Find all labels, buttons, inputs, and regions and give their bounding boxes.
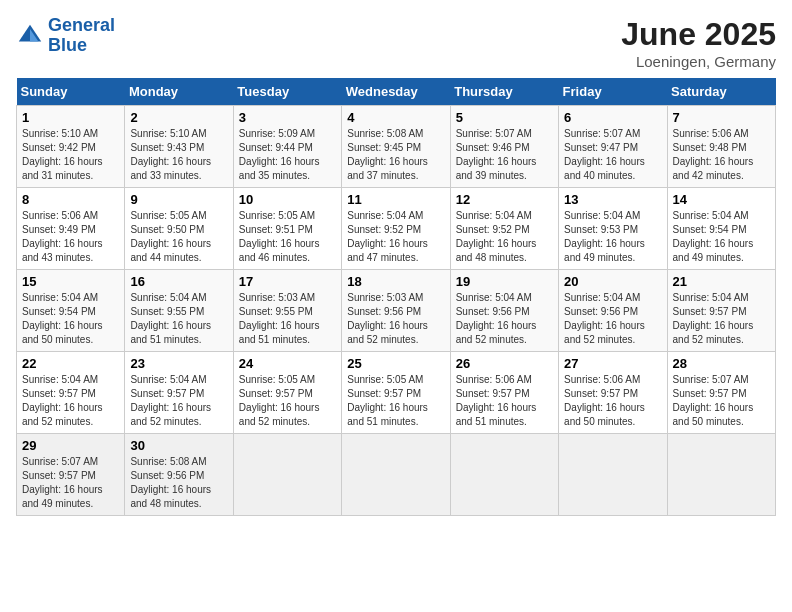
day-number: 7	[673, 110, 770, 125]
calendar-cell: 15Sunrise: 5:04 AMSunset: 9:54 PMDayligh…	[17, 270, 125, 352]
header-day-thursday: Thursday	[450, 78, 558, 106]
title-area: June 2025 Loeningen, Germany	[621, 16, 776, 70]
calendar-cell: 27Sunrise: 5:06 AMSunset: 9:57 PMDayligh…	[559, 352, 667, 434]
day-info: Sunrise: 5:04 AMSunset: 9:57 PMDaylight:…	[130, 373, 227, 429]
calendar-cell: 2Sunrise: 5:10 AMSunset: 9:43 PMDaylight…	[125, 106, 233, 188]
calendar-cell: 30Sunrise: 5:08 AMSunset: 9:56 PMDayligh…	[125, 434, 233, 516]
day-number: 1	[22, 110, 119, 125]
calendar-cell: 26Sunrise: 5:06 AMSunset: 9:57 PMDayligh…	[450, 352, 558, 434]
calendar-cell: 25Sunrise: 5:05 AMSunset: 9:57 PMDayligh…	[342, 352, 450, 434]
logo: General Blue	[16, 16, 115, 56]
day-info: Sunrise: 5:03 AMSunset: 9:56 PMDaylight:…	[347, 291, 444, 347]
calendar-week-1: 1Sunrise: 5:10 AMSunset: 9:42 PMDaylight…	[17, 106, 776, 188]
day-number: 17	[239, 274, 336, 289]
calendar-cell: 4Sunrise: 5:08 AMSunset: 9:45 PMDaylight…	[342, 106, 450, 188]
header-day-tuesday: Tuesday	[233, 78, 341, 106]
calendar-cell: 29Sunrise: 5:07 AMSunset: 9:57 PMDayligh…	[17, 434, 125, 516]
day-info: Sunrise: 5:07 AMSunset: 9:57 PMDaylight:…	[673, 373, 770, 429]
day-info: Sunrise: 5:04 AMSunset: 9:56 PMDaylight:…	[456, 291, 553, 347]
calendar-cell: 5Sunrise: 5:07 AMSunset: 9:46 PMDaylight…	[450, 106, 558, 188]
day-number: 11	[347, 192, 444, 207]
logo-text: General Blue	[48, 16, 115, 56]
calendar-cell: 24Sunrise: 5:05 AMSunset: 9:57 PMDayligh…	[233, 352, 341, 434]
day-number: 15	[22, 274, 119, 289]
calendar-cell: 16Sunrise: 5:04 AMSunset: 9:55 PMDayligh…	[125, 270, 233, 352]
header-day-friday: Friday	[559, 78, 667, 106]
day-info: Sunrise: 5:04 AMSunset: 9:52 PMDaylight:…	[456, 209, 553, 265]
day-number: 4	[347, 110, 444, 125]
calendar-cell: 10Sunrise: 5:05 AMSunset: 9:51 PMDayligh…	[233, 188, 341, 270]
day-number: 27	[564, 356, 661, 371]
calendar-week-3: 15Sunrise: 5:04 AMSunset: 9:54 PMDayligh…	[17, 270, 776, 352]
day-number: 5	[456, 110, 553, 125]
day-info: Sunrise: 5:06 AMSunset: 9:48 PMDaylight:…	[673, 127, 770, 183]
day-number: 14	[673, 192, 770, 207]
day-info: Sunrise: 5:05 AMSunset: 9:57 PMDaylight:…	[239, 373, 336, 429]
day-number: 28	[673, 356, 770, 371]
calendar-cell: 28Sunrise: 5:07 AMSunset: 9:57 PMDayligh…	[667, 352, 775, 434]
day-info: Sunrise: 5:03 AMSunset: 9:55 PMDaylight:…	[239, 291, 336, 347]
day-number: 20	[564, 274, 661, 289]
calendar-cell	[233, 434, 341, 516]
calendar-cell: 13Sunrise: 5:04 AMSunset: 9:53 PMDayligh…	[559, 188, 667, 270]
calendar-cell: 23Sunrise: 5:04 AMSunset: 9:57 PMDayligh…	[125, 352, 233, 434]
calendar-cell: 1Sunrise: 5:10 AMSunset: 9:42 PMDaylight…	[17, 106, 125, 188]
calendar-cell: 17Sunrise: 5:03 AMSunset: 9:55 PMDayligh…	[233, 270, 341, 352]
day-info: Sunrise: 5:06 AMSunset: 9:57 PMDaylight:…	[564, 373, 661, 429]
calendar-header-row: SundayMondayTuesdayWednesdayThursdayFrid…	[17, 78, 776, 106]
day-number: 26	[456, 356, 553, 371]
header-day-wednesday: Wednesday	[342, 78, 450, 106]
day-number: 9	[130, 192, 227, 207]
day-number: 18	[347, 274, 444, 289]
main-title: June 2025	[621, 16, 776, 53]
calendar-cell: 8Sunrise: 5:06 AMSunset: 9:49 PMDaylight…	[17, 188, 125, 270]
day-number: 19	[456, 274, 553, 289]
day-number: 24	[239, 356, 336, 371]
header-day-monday: Monday	[125, 78, 233, 106]
header-day-saturday: Saturday	[667, 78, 775, 106]
day-info: Sunrise: 5:04 AMSunset: 9:56 PMDaylight:…	[564, 291, 661, 347]
calendar-cell	[559, 434, 667, 516]
calendar-cell: 6Sunrise: 5:07 AMSunset: 9:47 PMDaylight…	[559, 106, 667, 188]
day-info: Sunrise: 5:04 AMSunset: 9:52 PMDaylight:…	[347, 209, 444, 265]
day-number: 29	[22, 438, 119, 453]
calendar-table: SundayMondayTuesdayWednesdayThursdayFrid…	[16, 78, 776, 516]
day-info: Sunrise: 5:04 AMSunset: 9:53 PMDaylight:…	[564, 209, 661, 265]
calendar-cell: 21Sunrise: 5:04 AMSunset: 9:57 PMDayligh…	[667, 270, 775, 352]
calendar-week-4: 22Sunrise: 5:04 AMSunset: 9:57 PMDayligh…	[17, 352, 776, 434]
day-info: Sunrise: 5:08 AMSunset: 9:45 PMDaylight:…	[347, 127, 444, 183]
day-number: 13	[564, 192, 661, 207]
day-info: Sunrise: 5:04 AMSunset: 9:57 PMDaylight:…	[673, 291, 770, 347]
day-info: Sunrise: 5:05 AMSunset: 9:51 PMDaylight:…	[239, 209, 336, 265]
day-number: 6	[564, 110, 661, 125]
calendar-week-5: 29Sunrise: 5:07 AMSunset: 9:57 PMDayligh…	[17, 434, 776, 516]
calendar-cell: 7Sunrise: 5:06 AMSunset: 9:48 PMDaylight…	[667, 106, 775, 188]
calendar-cell: 20Sunrise: 5:04 AMSunset: 9:56 PMDayligh…	[559, 270, 667, 352]
day-info: Sunrise: 5:06 AMSunset: 9:49 PMDaylight:…	[22, 209, 119, 265]
day-number: 3	[239, 110, 336, 125]
day-number: 2	[130, 110, 227, 125]
day-info: Sunrise: 5:04 AMSunset: 9:55 PMDaylight:…	[130, 291, 227, 347]
calendar-cell: 12Sunrise: 5:04 AMSunset: 9:52 PMDayligh…	[450, 188, 558, 270]
day-info: Sunrise: 5:07 AMSunset: 9:47 PMDaylight:…	[564, 127, 661, 183]
day-info: Sunrise: 5:04 AMSunset: 9:54 PMDaylight:…	[673, 209, 770, 265]
calendar-cell: 11Sunrise: 5:04 AMSunset: 9:52 PMDayligh…	[342, 188, 450, 270]
day-info: Sunrise: 5:10 AMSunset: 9:42 PMDaylight:…	[22, 127, 119, 183]
header: General Blue June 2025 Loeningen, German…	[16, 16, 776, 70]
day-info: Sunrise: 5:05 AMSunset: 9:50 PMDaylight:…	[130, 209, 227, 265]
day-info: Sunrise: 5:09 AMSunset: 9:44 PMDaylight:…	[239, 127, 336, 183]
calendar-week-2: 8Sunrise: 5:06 AMSunset: 9:49 PMDaylight…	[17, 188, 776, 270]
day-number: 10	[239, 192, 336, 207]
subtitle: Loeningen, Germany	[621, 53, 776, 70]
day-info: Sunrise: 5:05 AMSunset: 9:57 PMDaylight:…	[347, 373, 444, 429]
day-number: 21	[673, 274, 770, 289]
calendar-cell	[342, 434, 450, 516]
calendar-cell	[450, 434, 558, 516]
day-info: Sunrise: 5:04 AMSunset: 9:57 PMDaylight:…	[22, 373, 119, 429]
day-info: Sunrise: 5:07 AMSunset: 9:57 PMDaylight:…	[22, 455, 119, 511]
day-number: 22	[22, 356, 119, 371]
day-number: 30	[130, 438, 227, 453]
logo-icon	[16, 22, 44, 50]
calendar-cell: 9Sunrise: 5:05 AMSunset: 9:50 PMDaylight…	[125, 188, 233, 270]
day-info: Sunrise: 5:10 AMSunset: 9:43 PMDaylight:…	[130, 127, 227, 183]
